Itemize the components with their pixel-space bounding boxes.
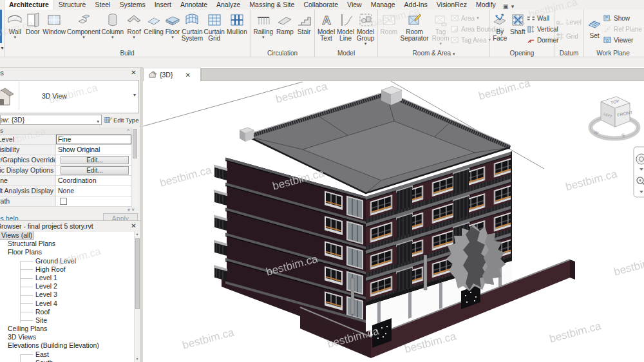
tree-item-level-1[interactable]: Level 1	[0, 274, 131, 282]
shaft-button[interactable]: Shaft	[509, 11, 527, 35]
select-panel-partial: ▼	[0, 10, 5, 57]
floor-button[interactable]: Floor▾	[164, 11, 182, 39]
curtain-system-icon	[184, 12, 200, 28]
view-tab-close-icon[interactable]: ✕	[185, 71, 190, 79]
ref-plane-button[interactable]: Ref Plane	[603, 24, 639, 33]
model-group-button[interactable]: Model Group▾	[355, 11, 376, 46]
steering-wheel-button[interactable]	[636, 154, 644, 164]
browser-scrollbar[interactable]: ▲ ▼	[134, 231, 140, 362]
discipline-value[interactable]: Coordination	[56, 176, 131, 186]
area-button[interactable]: Area▾	[451, 14, 488, 23]
dormer-button[interactable]: Dormer	[527, 35, 553, 44]
tab-modify[interactable]: Modify	[471, 0, 500, 10]
tree-item-roof[interactable]: Roof	[0, 308, 131, 316]
room-area-panel-caption[interactable]: Room & Area ▾	[378, 50, 489, 57]
type-selector[interactable]: 3D View ▾	[0, 80, 139, 113]
tab-collaborate[interactable]: Collaborate	[299, 0, 343, 10]
properties-scrollbar-thumb[interactable]	[133, 129, 137, 158]
set-button[interactable]: Set	[585, 11, 603, 39]
sun-path-checkbox[interactable]	[60, 198, 67, 205]
tree-item-3d-views[interactable]: 3D Views	[0, 333, 131, 341]
show-button[interactable]: Show	[603, 14, 639, 23]
ribbon-display-toggle-icon[interactable]: ▣ ▾	[503, 3, 515, 10]
window-button[interactable]: Window	[41, 11, 67, 35]
view-tab-3d[interactable]: {3D} ✕	[143, 68, 201, 81]
level-button[interactable]: Level	[556, 17, 584, 26]
tab-analyze[interactable]: Analyze	[212, 0, 245, 10]
curtain-system-button[interactable]: Curtain System	[181, 11, 203, 42]
by-face-button[interactable]: By Face	[491, 11, 509, 42]
tab-systems[interactable]: Systems	[115, 0, 149, 10]
roof-button[interactable]: Roof▾	[125, 11, 144, 39]
properties-scrollbar[interactable]	[131, 128, 138, 207]
tree-item-site[interactable]: Site	[0, 316, 131, 325]
column-button[interactable]: Column▾	[100, 11, 125, 39]
tree-item-ground-level[interactable]: Ground Level	[0, 257, 131, 265]
set-icon	[587, 16, 602, 32]
grid-button[interactable]: Grid	[556, 32, 584, 41]
graphic-display-options-edit-button[interactable]: Edit...	[61, 166, 129, 175]
ramp-button[interactable]: Ramp	[275, 11, 296, 35]
dormer-icon	[527, 36, 535, 44]
tree-item-east[interactable]: East	[0, 350, 131, 359]
section-collapse-icon[interactable]: ^	[127, 128, 129, 134]
project-browser-close-icon[interactable]: ✕	[129, 222, 138, 230]
opening-wall-button[interactable]: Wall	[527, 14, 553, 23]
tree-item-level-3[interactable]: Level 3	[0, 291, 131, 299]
3d-canvas[interactable]: TOP FRONT LEFT W S bestbim.ca bestbim.	[143, 81, 644, 362]
tree-item-floor-plans[interactable]: Floor Plans	[0, 248, 131, 256]
stair-button[interactable]: Stair	[295, 11, 313, 35]
expand-sections-icon[interactable]: ˅	[131, 207, 135, 213]
tree-item-level-4[interactable]: Level 4	[0, 300, 131, 308]
tab-manage[interactable]: Manage	[366, 0, 400, 10]
tree-item-south[interactable]: South	[0, 359, 131, 362]
graphics-section-header[interactable]: Graphics^	[0, 128, 131, 135]
model-line-button[interactable]: Model Line	[336, 11, 355, 42]
room-button[interactable]: Room	[379, 11, 399, 35]
tab-architecture[interactable]: Architecture	[4, 0, 54, 10]
datum-panel-caption: Datum	[554, 50, 583, 57]
properties-close-icon[interactable]: ✕	[129, 68, 138, 77]
parts-visibility-value[interactable]: Show Original	[56, 145, 131, 155]
tag-room-button[interactable]: Tag Room▾	[430, 11, 451, 46]
instance-selector-dropdown-icon[interactable]: ▾	[97, 117, 99, 125]
tab-visionrez[interactable]: VisionRez	[432, 0, 471, 10]
area-boundary-button[interactable]: Area Boundary	[451, 24, 488, 33]
tree-item-level-2[interactable]: Level 2	[0, 282, 131, 291]
tag-area-button[interactable]: Tag Area▾	[451, 35, 488, 44]
vertical-opening-button[interactable]: Vertical	[527, 24, 553, 33]
component-button[interactable]: Component▾	[67, 11, 100, 39]
railing-button[interactable]: Railing▾	[252, 11, 275, 39]
curtain-grid-button[interactable]: Curtain Grid	[204, 11, 225, 42]
detail-level-value[interactable]: Fine	[56, 135, 131, 144]
tree-item-high-roof[interactable]: High Roof	[0, 265, 131, 274]
model-text-button[interactable]: AModel Text	[316, 11, 336, 42]
browser-scrollbar-thumb[interactable]	[135, 238, 140, 309]
tab-view[interactable]: View	[343, 0, 366, 10]
vg-overrides-edit-button[interactable]: Edit...	[61, 156, 129, 164]
ceiling-button[interactable]: Ceiling	[143, 11, 164, 35]
tab-structure[interactable]: Structure	[54, 0, 91, 10]
door-button[interactable]: Door	[24, 11, 42, 35]
tree-item-elevations[interactable]: Elevations (Building Elevation)	[0, 341, 131, 350]
viewer-button[interactable]: Viewer	[603, 35, 639, 44]
viewcube[interactable]: TOP FRONT LEFT W S	[591, 97, 638, 138]
edit-type-button[interactable]: Edit Type	[104, 115, 139, 125]
tab-massing-site[interactable]: Massing & Site	[245, 0, 299, 10]
wall-button[interactable]: Wall▾	[6, 11, 24, 39]
tree-item-structural-plans[interactable]: Structural Plans	[0, 240, 131, 248]
tree-item-ceiling-plans[interactable]: Ceiling Plans	[0, 325, 131, 333]
scroll-up-icon[interactable]: ▲	[135, 231, 140, 237]
property-row-detail-level: Detail LevelFine	[0, 135, 131, 145]
tree-item-views-all[interactable]: Views (all)	[0, 231, 131, 240]
scroll-down-icon[interactable]: ▼	[135, 356, 140, 362]
tab-annotate[interactable]: Annotate	[176, 0, 212, 10]
tab-add-ins[interactable]: Add-Ins	[400, 0, 432, 10]
mullion-button[interactable]: Mullion	[225, 11, 249, 35]
analysis-display-style-value[interactable]: None	[56, 186, 131, 196]
room-separator-button[interactable]: Room Separator	[399, 11, 431, 42]
type-selector-dropdown-icon[interactable]: ▾	[133, 92, 136, 98]
tab-insert[interactable]: Insert	[150, 0, 176, 10]
tab-steel[interactable]: Steel	[90, 0, 115, 10]
instance-selector-combo[interactable]: 3D View: {3D} ▾	[0, 115, 102, 125]
